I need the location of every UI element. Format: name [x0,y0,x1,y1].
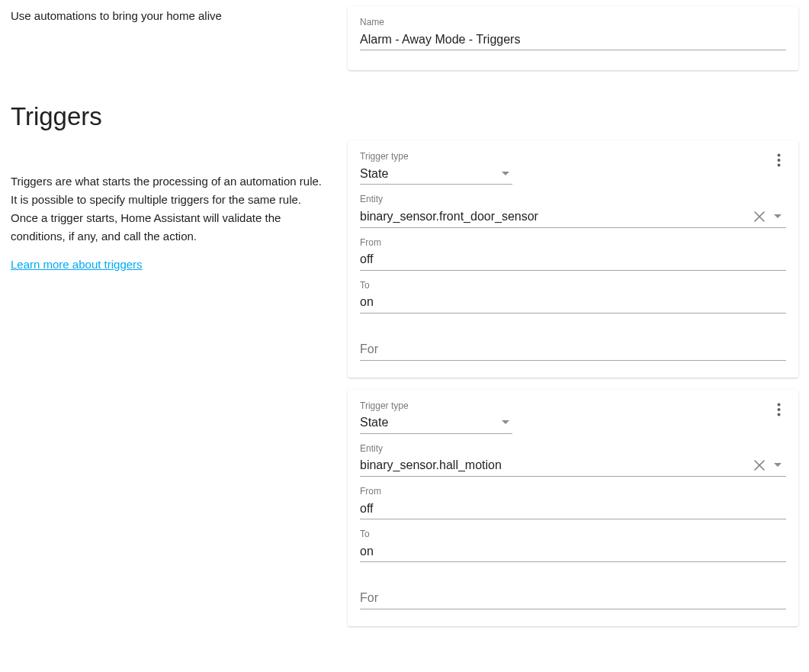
to-label: To [360,280,786,292]
trigger-type-select[interactable]: State [360,165,512,185]
trigger-type-value: State [360,166,499,182]
svg-point-4 [777,408,780,411]
trigger-type-value: State [360,414,499,431]
entity-value: binary_sensor.hall_motion [360,457,751,474]
more-vert-icon [777,153,781,167]
trigger-type-select[interactable]: State [360,413,512,434]
chevron-down-icon [499,420,512,425]
entity-value: binary_sensor.front_door_sensor [360,208,751,225]
chevron-down-icon[interactable] [769,214,786,219]
name-input[interactable] [360,31,786,48]
to-label: To [360,529,786,541]
trigger-type-label: Trigger type [360,151,786,163]
to-input[interactable] [360,543,786,560]
from-input[interactable] [360,500,786,517]
learn-more-link[interactable]: Learn more about triggers [11,258,143,271]
for-input[interactable] [360,341,786,358]
trigger-menu-button[interactable] [768,150,789,171]
trigger-menu-button[interactable] [768,399,789,420]
name-label: Name [360,17,786,29]
chevron-down-icon [499,172,512,176]
intro-text: Use automations to bring your home alive [11,8,325,25]
close-icon[interactable] [751,211,768,222]
chevron-down-icon[interactable] [769,463,786,468]
triggers-description: Triggers are what starts the processing … [11,172,325,246]
name-card: Name [348,6,798,70]
trigger-card: Trigger type State Entity binary_sensor.… [348,140,798,377]
to-input[interactable] [360,294,786,310]
svg-point-5 [777,413,780,416]
from-label: From [360,237,786,249]
entity-label: Entity [360,194,786,206]
entity-combobox[interactable]: binary_sensor.hall_motion [360,456,786,477]
for-input[interactable] [360,590,786,606]
triggers-heading: Triggers [11,101,325,132]
entity-combobox[interactable]: binary_sensor.front_door_sensor [360,207,786,228]
from-label: From [360,486,786,498]
svg-point-2 [777,164,780,167]
svg-point-0 [777,154,780,157]
close-icon[interactable] [751,460,768,471]
entity-label: Entity [360,443,786,455]
trigger-type-label: Trigger type [360,400,786,413]
svg-point-3 [777,403,780,406]
more-vert-icon [777,403,781,416]
from-input[interactable] [360,251,786,268]
svg-point-1 [777,159,780,162]
trigger-card: Trigger type State Entity binary_sensor.… [348,390,798,626]
